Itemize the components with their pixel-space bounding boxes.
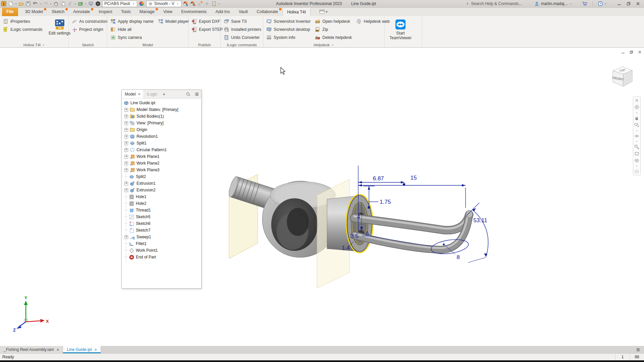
caret-icon[interactable]	[84, 0, 87, 7]
tree-item-split1[interactable]: +Split1	[122, 140, 201, 146]
delete-helpdesk-button[interactable]: Delete helpdesk	[314, 34, 353, 41]
tree-item-sketch5[interactable]: Sketch5	[122, 214, 201, 220]
tree-item-sketch6[interactable]: Sketch6	[122, 220, 201, 227]
save-icon[interactable]	[24, 0, 32, 7]
expand-toggle[interactable]: +	[124, 135, 128, 138]
zip-button[interactable]: ZIPZip	[314, 26, 353, 33]
ribbon-tab-environments[interactable]: Environments	[177, 7, 211, 16]
system-info-button[interactable]: System info	[266, 34, 311, 41]
expand-toggle[interactable]: +	[124, 148, 128, 152]
material-dropdown[interactable]: PC/ABS Plasti	[102, 1, 137, 7]
dim-4[interactable]: 4	[357, 214, 360, 220]
redo-icon[interactable]	[42, 0, 49, 7]
doc-restore-button[interactable]	[629, 49, 634, 55]
model-player-button[interactable]: Model player	[157, 18, 190, 25]
add-browser-tab-button[interactable]: +	[160, 90, 168, 98]
tree-item-extrusion2[interactable]: +Extrusion2	[122, 187, 201, 193]
copy-icon[interactable]	[59, 0, 66, 7]
sync-camera-button[interactable]: Sync camera	[110, 34, 154, 41]
ribbon-tab-sketch[interactable]: Sketch	[47, 7, 69, 16]
hide-all-button[interactable]: Hide all	[110, 26, 154, 33]
tree-item-work-plane3[interactable]: +Work Plane3	[122, 167, 201, 173]
ribbon-display-toggle[interactable]	[319, 7, 328, 16]
installed-printers-button[interactable]: ?Installed printers	[223, 26, 262, 33]
ribbon-tab-view[interactable]: View	[159, 7, 177, 16]
dim-687[interactable]: 6.87	[373, 175, 384, 182]
window-minimize-button[interactable]	[616, 0, 623, 7]
export-cube-icon[interactable]	[77, 0, 84, 7]
tree-item-work-point1[interactable]: Work Point1	[122, 247, 201, 254]
color-wheel-icon[interactable]	[138, 0, 145, 7]
panel-label[interactable]: iLogic commands	[221, 43, 263, 47]
wheel-clear-icon[interactable]	[190, 0, 197, 7]
panel-label[interactable]: Holixa T4I	[0, 43, 68, 47]
ribbon-tab-vault[interactable]: Vault	[234, 7, 252, 16]
dim-35[interactable]: 3.5	[351, 233, 359, 239]
tab-list-menu-icon[interactable]	[632, 346, 644, 353]
dim-8[interactable]: 8	[457, 254, 460, 260]
zoom-window-icon[interactable]	[634, 122, 640, 128]
caret-icon[interactable]	[14, 0, 17, 7]
tree-item-thread1[interactable]: Thread1	[122, 207, 201, 214]
tree-item-hole1[interactable]: Hole1	[122, 193, 201, 200]
panel-label[interactable]: Helpdesk	[263, 43, 384, 47]
home-icon[interactable]	[52, 0, 59, 7]
close-icon[interactable]: ×	[95, 347, 97, 352]
search-icon[interactable]	[184, 90, 193, 98]
project-origin-button[interactable]: Project origin	[71, 26, 108, 33]
account-menu[interactable]: martin.madaj...	[534, 1, 572, 6]
nav-wheel-icon[interactable]	[634, 104, 640, 110]
ribbon-tab-inspect[interactable]: Inspect	[94, 7, 116, 16]
ribbon-tab-3d-model[interactable]: 3D Model	[21, 7, 48, 16]
expand-toggle[interactable]: +	[124, 155, 128, 159]
dim-14[interactable]: 1.4	[342, 245, 350, 251]
undo-icon[interactable]	[32, 0, 39, 7]
fx-parameters-icon[interactable]: fx	[197, 0, 204, 7]
browser-menu-icon[interactable]	[193, 90, 201, 98]
ribbon-tab-add-ins[interactable]: Add-Ins	[211, 7, 234, 16]
tree-item-view-primary[interactable]: +View: [Primary]	[122, 120, 201, 126]
appearance-dropdown[interactable]: Smooth - V	[146, 1, 181, 7]
wheel-add-icon[interactable]	[182, 0, 190, 7]
tree-item-origin[interactable]: +Origin	[122, 126, 201, 133]
expand-toggle[interactable]: +	[124, 141, 128, 145]
export-step-button[interactable]: STPExport STEP	[191, 26, 223, 33]
tree-item-revolution1[interactable]: +Revolution1	[122, 133, 201, 140]
close-icon[interactable]	[634, 98, 640, 103]
visual-style-icon[interactable]	[634, 158, 640, 163]
search-help-box[interactable]: Search Help & Commands...	[466, 1, 522, 6]
panel-label[interactable]: Sketch	[69, 43, 107, 47]
close-icon[interactable]: ×	[57, 347, 59, 352]
start-teamviewer-button[interactable]: Start TeamViewer	[387, 18, 414, 41]
browser-tab-model[interactable]: Model ×	[122, 90, 144, 98]
view-cube[interactable]: TOP FRONT	[608, 62, 637, 91]
caret-icon[interactable]	[218, 0, 221, 7]
material-browser-icon[interactable]	[94, 0, 101, 7]
tree-item-end-of-part[interactable]: End of Part	[122, 254, 201, 260]
viewport[interactable]: 6.87 15 1.75 4 3.5 1.4 8 53.11 Y X Z	[0, 48, 644, 346]
pan-hand-icon[interactable]	[634, 115, 640, 121]
orbit-icon[interactable]	[634, 133, 640, 139]
expand-toggle[interactable]: +	[124, 235, 128, 239]
expand-toggle[interactable]: +	[124, 128, 128, 132]
ribbon-tab-collaborate[interactable]: Collaborate	[252, 7, 282, 16]
doc-tab-line-guide[interactable]: Line Guide.ipt ×	[63, 346, 101, 353]
caret-icon[interactable]	[49, 0, 52, 7]
tree-item-circular-pattern1[interactable]: +Circular Pattern1	[122, 146, 201, 153]
doc-tab-fishing-reel-assembly[interactable]: _Fishing Reel Assembly.iam ×	[0, 346, 63, 353]
look-at-icon[interactable]	[634, 144, 640, 150]
caret-icon[interactable]	[39, 0, 42, 7]
viewport-canvas[interactable]: 6.87 15 1.75 4 3.5 1.4 8 53.11 Y X Z	[0, 48, 644, 346]
ribbon-tab-file[interactable]: File	[2, 7, 18, 16]
close-icon[interactable]: ×	[138, 92, 141, 97]
tree-item-sweep1[interactable]: +Sweep1	[122, 234, 201, 240]
iproperties-button[interactable]: iProperties	[2, 18, 43, 25]
expand-toggle[interactable]: +	[124, 115, 128, 118]
tree-item-hole2[interactable]: Hole2	[122, 200, 201, 207]
tree-item-work-plane2[interactable]: +Work Plane2	[122, 160, 201, 167]
tree-item-fillet1[interactable]: Fillet1	[122, 240, 201, 247]
dim-15[interactable]: 15	[411, 175, 417, 181]
ribbon-tab-annotate[interactable]: Annotate	[69, 7, 94, 16]
browser-tab-ilogic[interactable]: iLogic	[144, 90, 160, 98]
doc-minimize-button[interactable]	[620, 49, 626, 55]
